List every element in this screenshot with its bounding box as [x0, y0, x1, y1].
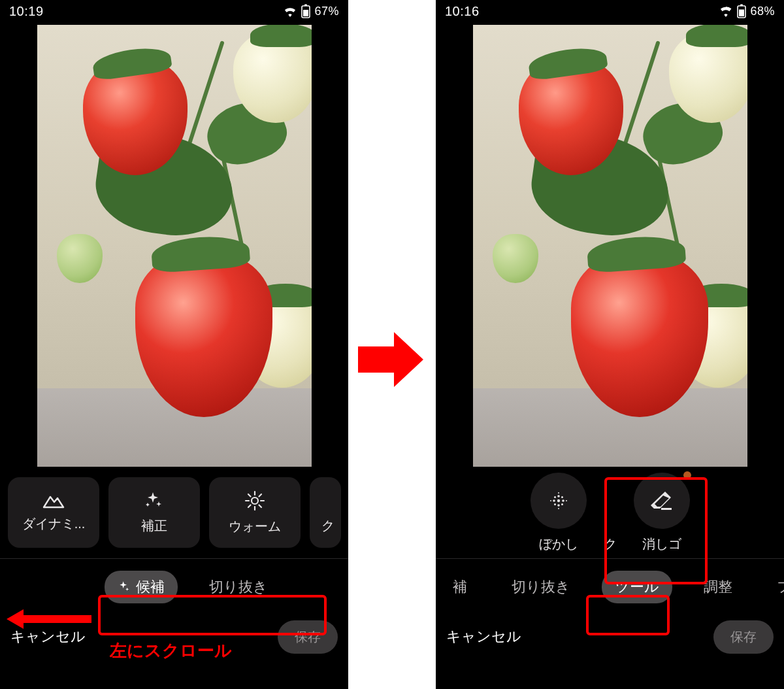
annotation-scroll-arrow: [7, 609, 91, 629]
wifi-icon: [719, 5, 733, 17]
tab-filters-partial[interactable]: フィル: [764, 571, 784, 603]
chip-label: ダイナミ...: [22, 515, 86, 533]
status-icons: 67%: [283, 4, 339, 18]
sun-icon: [244, 490, 265, 511]
tab-label: 切り抜き: [512, 577, 570, 597]
svg-point-21: [561, 496, 563, 498]
editor-tabs[interactable]: 補 切り抜き ツール 調整 フィル: [436, 559, 784, 615]
svg-point-22: [554, 503, 556, 505]
blur-icon: [547, 490, 570, 512]
mountain-icon: [42, 493, 65, 509]
chip-label: ウォーム: [229, 518, 281, 535]
bottom-bar: キャンセル 保存: [436, 615, 784, 666]
new-feature-dot-icon: [683, 471, 691, 479]
svg-rect-14: [739, 10, 744, 17]
svg-point-24: [550, 500, 551, 501]
photo-preview[interactable]: [0, 22, 348, 467]
svg-point-15: [557, 499, 559, 501]
wifi-icon: [283, 5, 297, 17]
svg-point-16: [553, 499, 555, 502]
tool-partial-label: ク: [604, 535, 617, 553]
status-time: 10:16: [445, 4, 480, 19]
battery-percent: 68%: [750, 5, 775, 18]
cancel-button[interactable]: キャンセル: [10, 627, 86, 647]
svg-point-26: [558, 492, 559, 494]
tool-label: ぼかし: [539, 535, 578, 553]
tab-tools[interactable]: ツール: [602, 571, 672, 603]
svg-point-23: [561, 503, 563, 505]
sparkle-icon: [144, 491, 164, 511]
svg-line-10: [248, 505, 251, 507]
sparkle-icon: [118, 580, 131, 594]
battery-icon: [301, 4, 310, 18]
chip-label: 補正: [141, 517, 167, 535]
battery-percent: 67%: [314, 5, 339, 18]
chip-label: ク: [321, 517, 335, 535]
chip-cool-partial[interactable]: ク: [310, 477, 341, 548]
tool-label: 消しゴ: [642, 535, 681, 553]
tools-row[interactable]: ぼかし ク 消しゴ: [436, 467, 784, 558]
chip-dynamic[interactable]: ダイナミ...: [8, 477, 99, 548]
svg-line-9: [259, 505, 262, 507]
tab-label: 切り抜き: [209, 577, 268, 597]
tab-suggestions-partial[interactable]: 補: [440, 571, 480, 603]
tab-suggestions[interactable]: 候補: [105, 571, 178, 603]
svg-point-19: [557, 504, 560, 507]
status-icons: 68%: [719, 4, 775, 18]
svg-rect-28: [661, 508, 672, 510]
tab-crop[interactable]: 切り抜き: [196, 571, 281, 603]
photo-image: [473, 25, 747, 467]
editor-tabs[interactable]: 候補 切り抜き: [0, 559, 348, 615]
svg-line-11: [259, 494, 262, 497]
svg-rect-1: [304, 5, 307, 7]
tab-label: ツール: [615, 577, 659, 597]
status-bar: 10:16 68%: [436, 0, 784, 22]
chip-warm[interactable]: ウォーム: [209, 477, 301, 548]
cancel-button[interactable]: キャンセル: [446, 627, 521, 647]
tool-blur[interactable]: ぼかし: [531, 473, 587, 553]
photo-preview[interactable]: [436, 22, 784, 467]
svg-point-20: [554, 496, 556, 498]
battery-icon: [737, 4, 746, 18]
svg-point-3: [252, 497, 258, 504]
eraser-icon: [649, 490, 674, 512]
svg-rect-2: [303, 10, 308, 16]
tab-adjust[interactable]: 調整: [691, 571, 745, 603]
tab-label: 調整: [704, 577, 732, 597]
svg-point-27: [558, 508, 559, 509]
tool-magic-eraser[interactable]: 消しゴ: [634, 473, 690, 553]
svg-line-8: [248, 494, 251, 497]
suggestion-chips[interactable]: ダイナミ... 補正 ウォーム ク: [0, 467, 348, 558]
phone-screenshot-left: 10:19 67% ダイナミ... 補正 ウォーム: [0, 0, 348, 689]
annotation-scroll-text: 左にスクロール: [110, 639, 232, 662]
tab-crop[interactable]: 切り抜き: [498, 571, 583, 603]
status-bar: 10:19 67%: [0, 0, 348, 22]
save-button[interactable]: 保存: [278, 620, 338, 654]
svg-rect-13: [740, 5, 743, 7]
tab-label: 補: [453, 577, 467, 597]
chip-enhance[interactable]: 補正: [108, 477, 200, 548]
save-button[interactable]: 保存: [713, 620, 774, 654]
photo-image: [37, 25, 312, 467]
annotation-step-arrow: [358, 327, 423, 392]
tab-label: 候補: [136, 577, 165, 597]
svg-point-25: [566, 500, 567, 501]
status-time: 10:19: [9, 4, 44, 19]
phone-screenshot-right: 10:16 68%: [436, 0, 784, 689]
tab-label: フィル: [777, 577, 784, 597]
svg-point-18: [557, 495, 560, 497]
svg-point-17: [562, 499, 564, 502]
